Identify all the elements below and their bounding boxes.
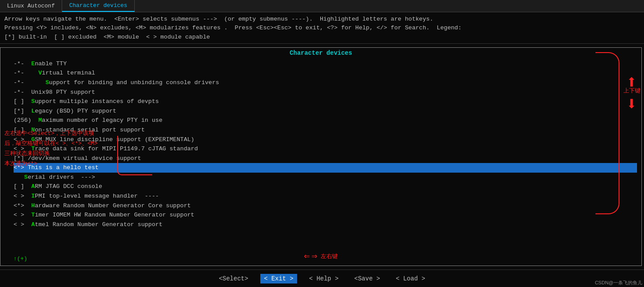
menu-item-1[interactable]: -*- Virtual terminal (14, 68, 637, 78)
watermark: CSDN@一条飞的鱼儿 (595, 280, 642, 286)
main-area: 左右选中<Select>，上下选中该项 后，敲空格键可以在< >、<*>、<M>… (0, 44, 644, 269)
menu-title: Character devices (0, 48, 641, 57)
menu-item-4[interactable]: [ ] Support multiple instances of devpts (14, 97, 637, 106)
menu-item-3[interactable]: -*- Unix98 PTY support (14, 88, 637, 97)
down-arrow-icon: ⬇ (626, 96, 637, 114)
select-button[interactable]: <Select> (215, 274, 252, 283)
bottom-bar: <Select> < Exit > < Help > <Save > < Loa… (0, 269, 644, 287)
tab-linux-autoconf[interactable]: Linux Autoconf (0, 0, 62, 12)
ud-label: 上下键 (623, 87, 640, 95)
save-button[interactable]: <Save > (351, 274, 384, 283)
info-line-2: Pressing <Y> includes, <N> excludes, <M>… (4, 24, 640, 32)
menu-item-16[interactable]: < > Timer IOMEM HW Random Number Generat… (14, 210, 637, 220)
menu-item-10[interactable]: [*] /dev/kmem virtual device support (14, 154, 637, 163)
menu-item-8[interactable]: < > GSM MUX line discipline support (EXP… (14, 135, 637, 145)
menu-item-13[interactable]: [ ] ARM JTAG DCC console (14, 182, 637, 191)
menu-item-9[interactable]: < > Trace data sink for MIPI P1149.7 cJT… (14, 144, 637, 154)
exit-button[interactable]: < Exit > (260, 274, 297, 283)
right-curve-line (595, 52, 620, 214)
menu-item-5[interactable]: [*] Legacy (BSD) PTY support (14, 106, 637, 116)
bottom-indicator: ↑(+) (14, 255, 27, 262)
arrow-right-icon: ⇒ (312, 250, 317, 262)
menu-item-17[interactable]: < > Atmel Random Number Generator suppor… (14, 220, 637, 230)
help-button[interactable]: < Help > (306, 274, 342, 283)
top-tab-bar: Linux Autoconf Character devices (0, 0, 644, 12)
menu-item-12[interactable]: Serial drivers ---> (14, 173, 637, 182)
menu-border: Character devices -*- Enable TTY -*- Vir… (0, 47, 642, 266)
menu-item-15[interactable]: <*> Hardware Random Number Generator Cor… (14, 201, 637, 211)
main-container: Linux Autoconf Character devices Arrow k… (0, 0, 644, 287)
menu-item-6[interactable]: (256) Maximum number of legacy PTY in us… (14, 116, 637, 125)
lr-arrow-label: 左右键 (321, 252, 338, 260)
menu-item-14[interactable]: < > IPMI top-level message handler ---- (14, 191, 637, 201)
menu-item-11-selected[interactable]: <*> This is a hello test (14, 163, 637, 173)
menu-item-2[interactable]: -*- Support for binding and unbinding co… (14, 78, 637, 88)
load-button[interactable]: < Load > (392, 274, 429, 283)
info-area: Arrow keys navigate the menu. <Enter> se… (0, 12, 644, 44)
info-line-3: [*] built-in [ ] excluded <M> module < >… (4, 33, 640, 42)
menu-content[interactable]: -*- Enable TTY -*- Virtual terminal -*- … (0, 57, 641, 231)
tab-character-devices[interactable]: Character devices (62, 0, 135, 12)
menu-item-0[interactable]: -*- Enable TTY (14, 59, 637, 69)
info-line-1: Arrow keys navigate the menu. <Enter> se… (4, 15, 640, 24)
lr-arrow-area: ⇐ ⇒ 左右键 (304, 250, 338, 262)
arrow-left-icon: ⇐ (304, 250, 310, 262)
menu-item-7[interactable]: [ ] Non-standard serial port support (14, 125, 637, 135)
